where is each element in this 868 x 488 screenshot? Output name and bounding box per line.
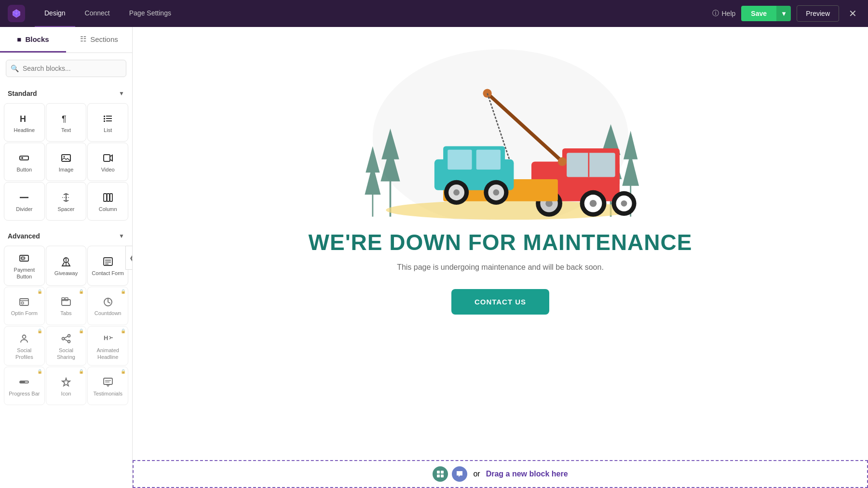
- contact-form-label: Contact Form: [92, 270, 124, 277]
- column-icon: [103, 192, 113, 203]
- maintenance-title: WE'RE DOWN FOR MAINTENANCE: [309, 229, 692, 255]
- block-social-sharing[interactable]: 🔒 Social Sharing: [46, 326, 87, 366]
- social-sharing-lock-icon: 🔒: [79, 329, 84, 333]
- image-label: Image: [59, 166, 74, 173]
- main-layout: ■ Blocks ☷ Sections 🔍 Standard ▼ H He: [0, 27, 868, 488]
- social-profiles-lock-icon: 🔒: [37, 329, 42, 333]
- social-sharing-icon: [61, 333, 71, 344]
- block-social-profiles[interactable]: 🔒 Social Profiles: [4, 326, 45, 366]
- tabs-lock-icon: 🔒: [79, 289, 84, 294]
- svg-rect-4: [104, 118, 105, 119]
- help-icon: ⓘ: [712, 9, 719, 18]
- spacer-icon: [61, 192, 71, 203]
- block-contact-form[interactable]: Contact Form: [87, 246, 128, 286]
- svg-rect-17: [110, 194, 112, 201]
- tabs-icon: [61, 296, 71, 307]
- navbar-tabs: Design Connect Page Settings: [35, 0, 712, 27]
- block-image[interactable]: Image: [46, 143, 87, 181]
- block-button[interactable]: Button: [4, 143, 45, 181]
- giveaway-label: Giveaway: [54, 270, 78, 277]
- testimonials-icon: [103, 377, 113, 387]
- maintenance-subtitle: This page is undergoing maintenance and …: [397, 263, 604, 272]
- optin-form-label: Optin Form: [11, 310, 38, 317]
- block-spacer[interactable]: Spacer: [46, 182, 87, 221]
- testimonials-lock-icon: 🔒: [121, 369, 126, 374]
- block-text[interactable]: ¶ Text: [46, 103, 87, 142]
- countdown-icon: [103, 296, 113, 307]
- block-divider[interactable]: Divider: [4, 182, 45, 221]
- standard-chevron-icon: ▼: [119, 90, 124, 97]
- svg-rect-84: [441, 475, 444, 477]
- save-button[interactable]: Save: [741, 6, 776, 21]
- svg-rect-15: [104, 194, 107, 201]
- svg-point-11: [63, 156, 65, 157]
- navbar-tab-page-settings[interactable]: Page Settings: [120, 0, 181, 27]
- page-canvas: WE'RE DOWN FOR MAINTENANCE This page is …: [133, 27, 868, 488]
- svg-rect-82: [441, 471, 444, 474]
- tab-sections[interactable]: ☷ Sections: [66, 27, 132, 53]
- svg-rect-5: [106, 118, 112, 119]
- standard-blocks-grid: H Headline ¶ Text: [0, 101, 132, 226]
- svg-rect-29: [21, 302, 24, 304]
- contact-form-icon: [103, 256, 113, 267]
- sidebar: ■ Blocks ☷ Sections 🔍 Standard ▼ H He: [0, 27, 133, 488]
- tab-blocks[interactable]: ■ Blocks: [0, 27, 66, 53]
- block-testimonials[interactable]: 🔒 Testimonials: [87, 367, 128, 405]
- svg-line-39: [64, 339, 68, 341]
- svg-point-62: [589, 200, 597, 207]
- block-progress-bar[interactable]: 🔒 Progress Bar: [4, 367, 45, 405]
- block-tabs[interactable]: 🔒 Tabs: [46, 287, 87, 325]
- animated-headline-icon: H: [103, 333, 113, 344]
- svg-point-80: [621, 200, 627, 207]
- button-icon: [19, 153, 29, 163]
- svg-point-37: [68, 340, 70, 343]
- block-optin-form[interactable]: 🔒 Optin Form: [4, 287, 45, 325]
- block-payment-button[interactable]: Payment Button: [4, 246, 45, 286]
- svg-rect-7: [106, 120, 112, 121]
- navbar-tab-design[interactable]: Design: [35, 0, 75, 27]
- close-button[interactable]: ✕: [845, 6, 860, 21]
- svg-rect-32: [65, 298, 68, 301]
- headline-icon: H: [19, 113, 29, 124]
- video-icon: [103, 153, 113, 163]
- blocks-tab-icon: ■: [17, 35, 21, 43]
- block-icon-item[interactable]: 🔒 Icon: [46, 367, 87, 405]
- block-video[interactable]: Video: [87, 143, 128, 181]
- svg-rect-3: [106, 116, 112, 117]
- maintenance-content: WE'RE DOWN FOR MAINTENANCE This page is …: [133, 27, 868, 461]
- sidebar-collapse-button[interactable]: ❮: [125, 246, 133, 270]
- svg-point-36: [62, 337, 64, 340]
- svg-rect-83: [437, 475, 440, 477]
- svg-text:¶: ¶: [62, 114, 67, 124]
- navbar: Design Connect Page Settings ⓘ Help Save…: [0, 0, 868, 27]
- image-icon: [61, 153, 71, 163]
- navbar-tab-connect[interactable]: Connect: [75, 0, 120, 27]
- advanced-section-header[interactable]: Advanced ▼: [0, 226, 132, 244]
- svg-line-38: [64, 336, 68, 338]
- button-label: Button: [16, 166, 32, 173]
- block-countdown[interactable]: 🔒 Countdown: [87, 287, 128, 325]
- svg-rect-10: [62, 155, 70, 161]
- drop-zone-or-text: or: [473, 470, 480, 478]
- svg-text:H: H: [20, 114, 26, 124]
- search-icon: 🔍: [11, 65, 19, 72]
- standard-section-header[interactable]: Standard ▼: [0, 84, 132, 101]
- save-dropdown-button[interactable]: ▼: [776, 6, 791, 21]
- help-button[interactable]: ⓘ Help: [712, 9, 736, 18]
- hero-illustration: [346, 46, 655, 220]
- preview-button[interactable]: Preview: [797, 5, 839, 22]
- block-column[interactable]: Column: [87, 182, 128, 221]
- video-label: Video: [101, 166, 115, 173]
- progress-bar-label: Progress Bar: [9, 390, 40, 397]
- column-label: Column: [99, 206, 117, 212]
- block-animated-headline[interactable]: 🔒 H Animated Headline: [87, 326, 128, 366]
- block-giveaway[interactable]: Giveaway: [46, 246, 87, 286]
- svg-rect-6: [104, 120, 105, 122]
- giveaway-icon: [61, 256, 71, 267]
- contact-us-button[interactable]: CONTACT US: [451, 289, 549, 315]
- block-list[interactable]: List: [87, 103, 128, 142]
- search-input[interactable]: [6, 60, 126, 77]
- drop-zone-link[interactable]: Drag a new block here: [486, 470, 568, 478]
- search-box: 🔍: [6, 60, 126, 77]
- block-headline[interactable]: H Headline: [4, 103, 45, 142]
